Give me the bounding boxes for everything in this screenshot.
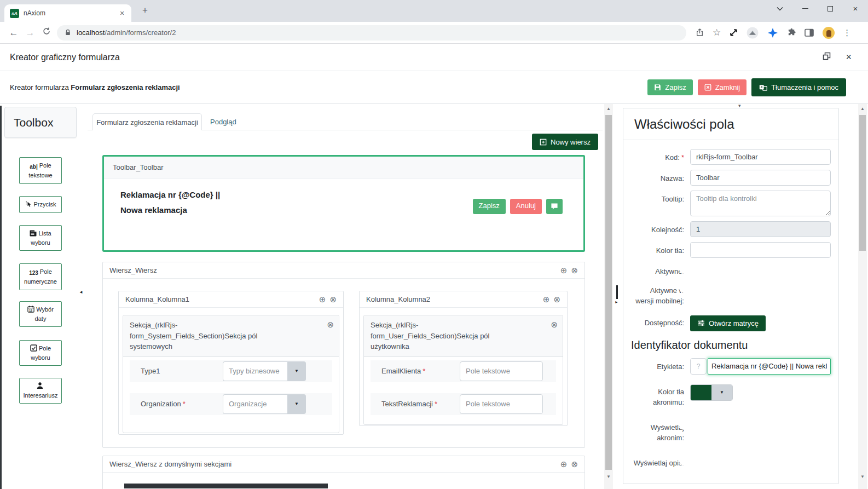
scrollbar-thumb[interactable]	[859, 115, 866, 251]
gray-arrow-extension-icon[interactable]	[747, 27, 759, 39]
chevron-down-icon[interactable]: ▼	[287, 361, 306, 381]
modal-close-icon[interactable]: ×	[846, 51, 852, 63]
chevron-down-icon[interactable]: ▼	[287, 394, 306, 414]
toolbox-item-wybor-daty[interactable]: 12 Wybór daty	[19, 301, 62, 327]
add-circle-icon[interactable]: ⊕	[560, 266, 568, 274]
refresh-button[interactable]	[38, 27, 55, 38]
tab-close-icon[interactable]: ×	[117, 9, 127, 18]
toolbar-save-button[interactable]: Zapisz	[473, 199, 506, 214]
button-cursor-icon	[25, 200, 32, 208]
panel-splitter-handle[interactable]	[616, 285, 618, 299]
remove-circle-icon[interactable]: ⊗	[327, 319, 334, 331]
toolbar-comment-button[interactable]	[546, 199, 563, 214]
row-header[interactable]: Wiersz_Wiersz z domyślnymi sekcjami ⊕ ⊗	[103, 456, 585, 473]
new-tab-button[interactable]: +	[142, 5, 148, 16]
section-user-fields[interactable]: Sekcja_(rklRjs-form_User_Fields_Section)…	[363, 315, 563, 425]
field-type1[interactable]: Type1 Typy biznesowe ▼	[130, 360, 332, 382]
browser-tab[interactable]: nA nAxiom ×	[4, 4, 131, 22]
column-header[interactable]: Kolumna_Kolumna2 ⊕ ⊗	[360, 291, 567, 308]
kolor-tla-input[interactable]	[690, 242, 831, 258]
etykieta-input[interactable]	[708, 358, 831, 375]
type1-select[interactable]: Typy biznesowe ▼	[223, 361, 306, 381]
field-tekstreklamacji[interactable]: TekstReklamacji*	[371, 393, 556, 415]
toolbar-component[interactable]: Toolbar_Toolbar Reklamacja nr {@Code} ||…	[102, 155, 585, 252]
field-organization[interactable]: Organization* Organizacje ▼	[130, 393, 332, 415]
section-header[interactable]: Sekcja_(rklRjs-form_System_Fields_Sectio…	[123, 315, 339, 357]
row-wiersz[interactable]: Wiersz_Wiersz ⊕ ⊗ Kolumna_Kolumna1 ⊕ ⊗	[102, 262, 585, 448]
tab-preview[interactable]: Podgląd	[201, 113, 245, 130]
extensions-puzzle-icon[interactable]	[787, 28, 796, 37]
column-header[interactable]: Kolumna_Kolumna1 ⊕ ⊗	[119, 291, 343, 308]
side-panel-icon[interactable]	[805, 28, 814, 37]
share-icon[interactable]	[695, 28, 704, 37]
chevron-down-icon[interactable]: ▼	[711, 385, 732, 400]
back-button[interactable]: ←	[5, 27, 22, 38]
close-button[interactable]: Zamknij	[698, 79, 747, 95]
toolbox-collapse-icon[interactable]: ◄	[79, 290, 83, 295]
remove-circle-icon[interactable]: ⊗	[571, 460, 578, 468]
properties-scrollbar[interactable]: ▲ ▼	[858, 104, 867, 489]
scroll-up-icon[interactable]: ▲	[858, 104, 867, 113]
nazwa-input[interactable]	[690, 170, 831, 186]
bookmark-star-icon[interactable]: ☆	[713, 27, 721, 38]
splitter-expand-icon[interactable]: ►	[615, 300, 618, 304]
field-emailklienta[interactable]: EmailKlienta*	[371, 360, 556, 382]
section-system-fields[interactable]: Sekcja_(rklRjs-form_System_Fields_Sectio…	[123, 315, 339, 433]
add-circle-icon[interactable]: ⊕	[560, 460, 568, 468]
section-header[interactable]: Sekcja_(rklRjs-form_User_Fields_Section)…	[364, 315, 563, 357]
browser-menu-icon[interactable]: ⋮	[843, 28, 851, 38]
open-matrix-button[interactable]: Otwórz matrycę	[690, 315, 766, 331]
add-circle-icon[interactable]: ⊕	[543, 295, 550, 303]
naxiom-favicon: nA	[10, 9, 19, 18]
translations-button[interactable]: A Tłumaczenia i pomoc	[751, 78, 846, 96]
address-bar[interactable]: localhost/admin/forms/creator/2	[57, 25, 686, 41]
toolbar-component-header[interactable]: Toolbar_Toolbar	[104, 157, 583, 179]
window-close-button[interactable]: ×	[843, 0, 868, 17]
chat-bubble-icon	[551, 203, 558, 210]
canvas-scrollbar[interactable]: ▲ ▼	[604, 104, 613, 489]
blue-pinwheel-extension-icon[interactable]	[767, 27, 779, 39]
remove-circle-icon[interactable]: ⊗	[571, 266, 578, 274]
organization-select[interactable]: Organizacje ▼	[223, 394, 306, 414]
profile-avatar[interactable]	[823, 27, 835, 39]
acronym-color-picker[interactable]: ▼	[690, 384, 733, 401]
add-circle-icon[interactable]: ⊕	[319, 295, 326, 303]
tekstreklamacji-input[interactable]	[460, 394, 543, 414]
toolbox-item-interesariusz[interactable]: Interesariusz	[19, 378, 62, 404]
remove-circle-icon[interactable]: ⊗	[329, 295, 337, 303]
toolbar-cancel-button[interactable]: Anuluj	[510, 199, 542, 214]
emailklienta-input[interactable]	[460, 361, 543, 381]
scrollbar-thumb[interactable]	[605, 115, 612, 470]
column-kolumna2[interactable]: Kolumna_Kolumna2 ⊕ ⊗ Sekcja_(rklRjs-form…	[359, 291, 568, 426]
tab-form-designer[interactable]: Formularz zgłoszenia reklamacji	[92, 113, 202, 130]
kod-input[interactable]	[690, 149, 831, 165]
window-chevron-icon[interactable]	[767, 0, 792, 17]
column-kolumna1[interactable]: Kolumna_Kolumna1 ⊕ ⊗ Sekcja_(rklRjs-form…	[118, 291, 344, 435]
save-button[interactable]: Zapisz	[647, 79, 692, 95]
help-button[interactable]: ?	[690, 358, 707, 375]
properties-title: Właściwości pola	[623, 108, 838, 140]
browser-navbar: ← → localhost/admin/forms/creator/2 ☆	[0, 22, 868, 44]
toolbox-item-przycisk[interactable]: Przycisk	[19, 196, 62, 213]
toolbox-item-lista-wyboru[interactable]: Lista wyboru	[19, 225, 62, 251]
remove-circle-icon[interactable]: ⊗	[551, 319, 558, 331]
row-header[interactable]: Wiersz_Wiersz ⊕ ⊗	[103, 262, 585, 279]
scroll-down-icon[interactable]: ▼	[858, 472, 867, 481]
maximize-button[interactable]	[818, 0, 843, 17]
remove-circle-icon[interactable]: ⊗	[553, 295, 560, 303]
scroll-down-icon[interactable]: ▼	[604, 472, 613, 481]
forward-button[interactable]: →	[22, 27, 38, 38]
kolor-akronimu-label: Kolor tła akronimu:	[631, 383, 684, 408]
minimize-button[interactable]	[792, 0, 818, 17]
restore-window-icon[interactable]	[823, 52, 831, 62]
fullscreen-extension-icon[interactable]	[729, 28, 738, 37]
toolbox-item-pole-wyboru[interactable]: Pole wyboru	[19, 340, 62, 366]
new-row-button[interactable]: Nowy wiersz	[532, 134, 598, 150]
kolor-tla-label: Kolor tła:	[631, 242, 684, 258]
modal-title: Kreator graficzny formularza	[10, 53, 120, 62]
toolbox-item-pole-tekstowe[interactable]: ab|Pole tekstowe	[19, 157, 62, 184]
translate-icon: A	[759, 84, 767, 91]
tooltip-textarea[interactable]	[690, 191, 831, 216]
scroll-up-icon[interactable]: ▲	[604, 104, 613, 113]
toolbox-item-pole-numeryczne[interactable]: 123Pole numeryczne	[19, 263, 62, 290]
